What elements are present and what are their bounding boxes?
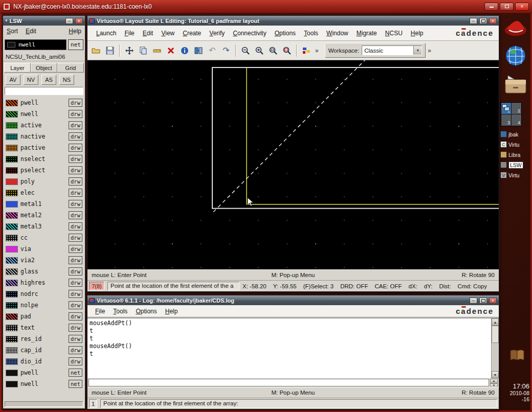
minimize-button[interactable]: [484, 3, 498, 11]
address-book-icon[interactable]: [509, 349, 525, 364]
window-menu-icon[interactable]: ▾: [5, 18, 8, 23]
visibility-button-as[interactable]: AS: [41, 75, 56, 85]
layer-row-pwell-net[interactable]: pwellnet: [4, 367, 84, 378]
layer-row-pwell-drw[interactable]: pwelldrw: [4, 97, 84, 108]
tab-grid[interactable]: Grid: [57, 63, 84, 73]
layer-row-res_id-drw[interactable]: res_iddrw: [4, 333, 84, 345]
delete-button[interactable]: [164, 44, 178, 57]
main-titlebar[interactable]: Virtuoso® Layout Suite L Editing: Tutori…: [87, 16, 499, 26]
scrollbar-track[interactable]: [492, 326, 499, 371]
layer-row-metal3-drw[interactable]: metal3drw: [4, 221, 84, 232]
layer-row-nolpe-drw[interactable]: nolpedrw: [4, 300, 84, 311]
lsw-menu-sort[interactable]: Sort: [7, 28, 18, 35]
main-maximize-button[interactable]: [479, 18, 487, 24]
layer-row-cc-drw[interactable]: ccdrw: [4, 232, 84, 243]
menu-file[interactable]: File: [121, 28, 138, 38]
main-close-button[interactable]: ×: [489, 18, 497, 24]
menu-options[interactable]: Options: [271, 28, 299, 38]
log-menu-options[interactable]: Options: [132, 306, 160, 316]
layer-row-nodrc-drw[interactable]: nodrcdrw: [4, 288, 84, 300]
lsw-horizontal-scrollbar[interactable]: [5, 401, 83, 407]
layer-row-elec-drw[interactable]: elecdrw: [4, 187, 84, 198]
layer-row-metal2-drw[interactable]: metal2drw: [4, 210, 84, 221]
task-button-jbak[interactable]: jbak: [500, 130, 532, 139]
zoom-area-button[interactable]: [280, 44, 294, 57]
layer-row-dio_id-drw[interactable]: dio_iddrw: [4, 356, 84, 367]
task-button-libra[interactable]: Libra: [500, 150, 532, 159]
command-input[interactable]: [88, 379, 489, 386]
undo-button[interactable]: ↶: [206, 44, 219, 57]
web-browser-launcher-icon[interactable]: [505, 45, 526, 68]
redo-button[interactable]: ↷: [219, 44, 233, 57]
maximize-button[interactable]: [500, 3, 514, 11]
lsw-titlebar[interactable]: ▾ LSW – ×: [3, 16, 85, 26]
visibility-button-ns[interactable]: NS: [59, 75, 74, 85]
layer-row-via2-drw[interactable]: via2drw: [4, 255, 84, 266]
workspace-1[interactable]: 1: [501, 103, 511, 114]
log-menu-help[interactable]: Help: [162, 306, 182, 316]
redhat-launcher-icon[interactable]: [503, 16, 528, 41]
scrollbar-thumb[interactable]: [492, 326, 499, 343]
zoom-fit-button[interactable]: [267, 44, 280, 57]
tab-object[interactable]: Object: [31, 63, 57, 73]
log-menu-tools[interactable]: Tools: [109, 306, 131, 316]
scroll-down-icon[interactable]: ▼: [492, 371, 499, 378]
workspace-2[interactable]: 2: [512, 103, 521, 114]
layer-row-pselect-drw[interactable]: pselectdrw: [4, 165, 84, 176]
scroll-up-icon[interactable]: ▲: [492, 318, 499, 326]
menu-tools[interactable]: Tools: [300, 28, 322, 38]
spin-up-icon[interactable]: ▲: [490, 379, 498, 383]
menu-edit[interactable]: Edit: [139, 28, 157, 38]
menu-view[interactable]: View: [158, 28, 178, 38]
log-scrollbar[interactable]: ▲ ▼: [491, 318, 499, 378]
ruler-button[interactable]: [150, 44, 164, 57]
menu-launch[interactable]: Launch: [93, 28, 120, 38]
properties-button[interactable]: [178, 44, 191, 57]
layer-row-via-drw[interactable]: viadrw: [4, 243, 84, 255]
toolbar-overflow-button[interactable]: »: [314, 47, 320, 54]
lsw-close-button[interactable]: ×: [75, 18, 83, 24]
current-layer-selector[interactable]: nwell: [5, 39, 66, 50]
menu-migrate[interactable]: Migrate: [353, 28, 381, 38]
log-output-area[interactable]: mouseAddPt()ttmouseAddPt()t ▲ ▼: [87, 318, 499, 378]
layer-filter-input[interactable]: [5, 87, 83, 95]
log-close-button[interactable]: ×: [489, 297, 497, 304]
log-menu-file[interactable]: File: [92, 306, 108, 316]
workspace-dropdown[interactable]: Classic ▾: [362, 45, 422, 55]
layer-row-cap_id-drw[interactable]: cap_iddrw: [4, 345, 84, 356]
layer-row-glass-drw[interactable]: glassdrw: [4, 266, 84, 277]
copy-button[interactable]: [137, 44, 150, 57]
layout-canvas[interactable]: [87, 60, 499, 269]
layer-row-pad-drw[interactable]: paddrw: [4, 311, 84, 322]
zoom-in-button[interactable]: [253, 44, 266, 57]
close-button[interactable]: ×: [515, 3, 529, 11]
visibility-button-av[interactable]: AV: [6, 75, 20, 85]
tab-layer[interactable]: Layer: [4, 63, 31, 73]
open-button[interactable]: [90, 44, 103, 57]
menu-verify[interactable]: Verify: [206, 28, 228, 38]
visibility-button-nv[interactable]: NV: [24, 75, 38, 85]
toolbar-overflow-button-2[interactable]: »: [426, 47, 433, 54]
layer-row-pactive-drw[interactable]: pactivedrw: [4, 142, 84, 153]
menu-ncsu[interactable]: NCSU: [382, 28, 406, 38]
menu-window[interactable]: Window: [323, 28, 352, 38]
lsw-minimize-button[interactable]: –: [65, 18, 73, 24]
log-minimize-button[interactable]: –: [470, 297, 477, 304]
dropdown-arrow-icon[interactable]: ▾: [413, 46, 422, 55]
layer-row-text-drw[interactable]: textdrw: [4, 322, 84, 333]
move-button[interactable]: [123, 44, 136, 57]
log-maximize-button[interactable]: [479, 297, 487, 304]
task-button-virtu[interactable]: VVirtu: [500, 171, 532, 179]
layer-row-nselect-drw[interactable]: nselectdrw: [4, 153, 84, 165]
menu-connectivity[interactable]: Connectivity: [229, 28, 270, 38]
workspace-4[interactable]: 4: [512, 115, 521, 126]
menu-help[interactable]: Help: [407, 28, 427, 38]
palette-button[interactable]: [300, 44, 313, 57]
zoom-out-button[interactable]: [239, 44, 252, 57]
file-manager-launcher-icon[interactable]: [503, 74, 528, 97]
layer-row-nactive-drw[interactable]: nactivedrw: [4, 131, 84, 142]
save-button[interactable]: [103, 44, 117, 57]
task-button-lsw[interactable]: LSW: [500, 161, 532, 169]
log-titlebar[interactable]: Virtuoso® 6.1.1 - Log: /home/faculty/jba…: [87, 295, 499, 305]
main-minimize-button[interactable]: –: [470, 18, 477, 24]
